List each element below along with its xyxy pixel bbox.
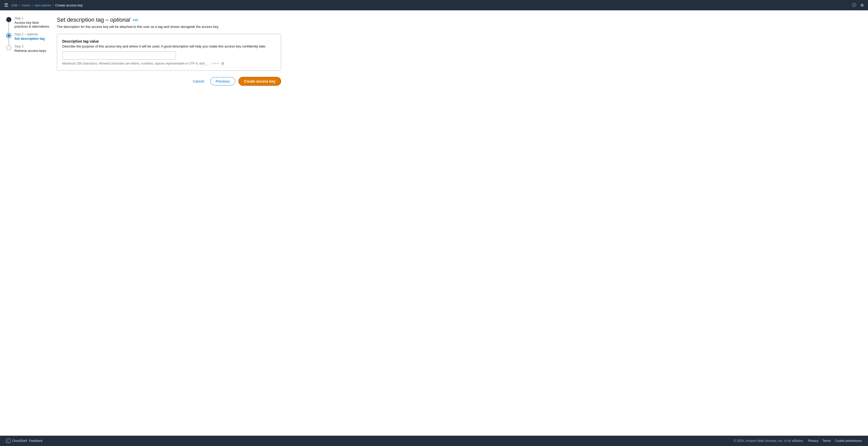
feedback-button[interactable]: Feedback <box>29 439 43 443</box>
description-card: Description tag value Describe the purpo… <box>57 34 281 71</box>
step-1-number: Step 1 <box>14 16 51 20</box>
cloudshell-label: CloudShell <box>12 439 27 443</box>
step-item-1: Step 1 Access key best practices & alter… <box>6 16 51 28</box>
breadcrumb: IAM › Users › sam-admin › Create access … <box>11 3 83 7</box>
step-1-title: Access key best practices & alternatives <box>14 21 51 28</box>
breadcrumb-sam-admin[interactable]: sam-admin <box>34 3 51 7</box>
step-2-title: Set description tag <box>14 37 45 40</box>
top-navigation: ☰ IAM › Users › sam-admin › Create acces… <box>0 0 868 10</box>
step-2-text: Step 2 – optional Set description tag <box>14 33 45 40</box>
field-title: Description tag value <box>62 39 276 43</box>
terms-link[interactable]: Terms <box>822 439 831 443</box>
step-item-2: Step 2 – optional Set description tag <box>6 33 51 40</box>
previous-button[interactable]: Previous <box>210 77 235 85</box>
step-2-circle <box>6 33 11 38</box>
footer-copyright: © 2024, Amazon Web Services, Inc. or its… <box>734 439 804 443</box>
step-2-number: Step 2 – optional <box>14 33 45 36</box>
footer-left: >_ CloudShell Feedback <box>6 439 43 443</box>
footer-right: © 2024, Amazon Web Services, Inc. or its… <box>734 439 862 443</box>
breadcrumb-iam[interactable]: IAM <box>11 3 17 7</box>
footer: >_ CloudShell Feedback © 2024, Amazon We… <box>0 436 868 446</box>
page-subtitle: The description for this access key will… <box>57 25 281 29</box>
create-access-key-button[interactable]: Create access key <box>239 77 281 86</box>
breadcrumb-separator-2: › <box>32 3 33 7</box>
breadcrumb-separator-3: › <box>53 3 54 7</box>
char-limit-text: Maximum 256 characters. Allowed characte… <box>62 62 276 65</box>
cookie-preferences-link[interactable]: Cookie preferences <box>835 439 862 443</box>
step-3-title: Retrieve access keys <box>14 49 46 53</box>
page-title-text: Set description tag – optional <box>57 16 130 23</box>
breadcrumb-current: Create access key <box>55 3 83 7</box>
description-tag-input[interactable] <box>62 52 176 60</box>
breadcrumb-separator-1: › <box>19 3 20 7</box>
nav-right-icons: ⓘ ⚙ <box>852 3 864 8</box>
step-1-circle <box>6 17 11 22</box>
step-1-text: Step 1 Access key best practices & alter… <box>14 16 51 28</box>
privacy-link[interactable]: Privacy <box>808 439 818 443</box>
cloudshell-icon: >_ <box>6 439 10 443</box>
page-title: Set description tag – optional Info <box>57 16 281 23</box>
help-icon[interactable]: ⓘ <box>852 3 856 8</box>
main-content: Step 1 Access key best practices & alter… <box>0 10 868 436</box>
field-desc: Describe the purpose of this access key … <box>62 44 276 48</box>
action-row: Cancel Previous Create access key <box>57 77 281 86</box>
step-3-text: Step 3 Retrieve access keys <box>14 45 46 53</box>
breadcrumb-users[interactable]: Users <box>22 3 30 7</box>
stepper-sidebar: Step 1 Access key best practices & alter… <box>0 16 57 430</box>
step-3-number: Step 3 <box>14 45 46 48</box>
step-3-circle <box>6 45 11 50</box>
step-item-3: Step 3 Retrieve access keys <box>6 45 51 53</box>
hamburger-menu-icon[interactable]: ☰ <box>4 2 8 8</box>
content-panel: Set description tag – optional Info The … <box>57 16 289 430</box>
settings-icon[interactable]: ⚙ <box>860 3 864 8</box>
info-link[interactable]: Info <box>133 18 138 22</box>
cloudshell-button[interactable]: >_ CloudShell <box>6 439 27 443</box>
cancel-button[interactable]: Cancel <box>190 78 208 85</box>
